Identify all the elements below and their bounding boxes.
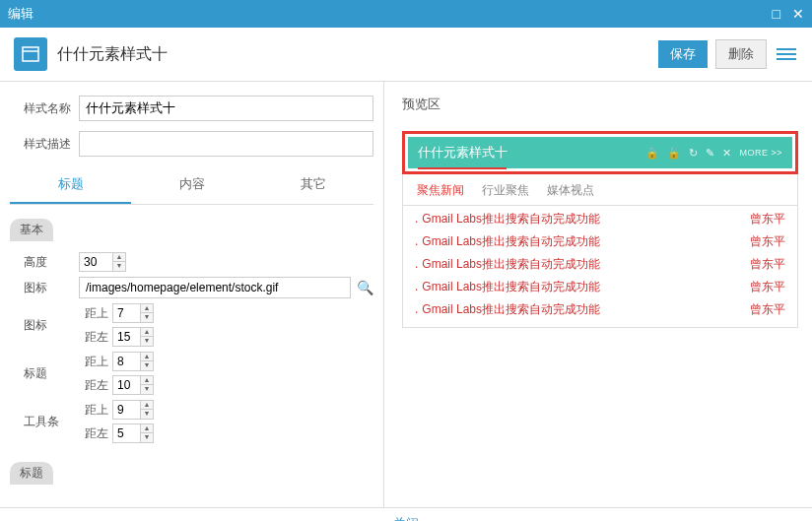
header-right: 保存 删除 xyxy=(658,39,798,69)
stepper-up-icon[interactable]: ▲ xyxy=(141,401,153,410)
window-titlebar: 编辑 □ ✕ xyxy=(0,0,812,28)
icon-label-2: 图标 xyxy=(10,317,79,334)
height-stepper[interactable]: ▲▼ xyxy=(79,252,126,272)
icon-path-input[interactable] xyxy=(79,277,351,298)
margin-top-label: 距上 xyxy=(79,305,112,322)
toolbar-ml-input[interactable] xyxy=(112,423,140,443)
stepper-down-icon[interactable]: ▼ xyxy=(141,433,153,442)
bullet-icon: . xyxy=(415,234,418,248)
right-pane: 预览区 什什元素样式十 🔒 🔓 ↻ ✎ ✕ MORE >> 聚焦新闻 行业聚焦 … xyxy=(384,82,812,507)
preview-header: 什什元素样式十 🔒 🔓 ↻ ✎ ✕ MORE >> xyxy=(408,137,792,168)
header-bar: 什什元素样式十 保存 删除 xyxy=(0,28,812,82)
margin-top-label: 距上 xyxy=(79,354,112,370)
preview-tab-0[interactable]: 聚焦新闻 xyxy=(417,182,464,199)
list-item: .Gmail Labs推出搜索自动完成功能 曾东平 xyxy=(415,208,785,230)
list-item: .Gmail Labs推出搜索自动完成功能 曾东平 xyxy=(415,298,785,321)
svg-rect-0 xyxy=(23,47,38,61)
stepper-up-icon[interactable]: ▲ xyxy=(141,304,153,313)
bullet-icon: . xyxy=(415,212,418,226)
margin-left-label: 距左 xyxy=(79,425,112,442)
header-left: 什什元素样式十 xyxy=(14,37,168,71)
bullet-icon: . xyxy=(415,302,418,316)
stepper-down-icon[interactable]: ▼ xyxy=(141,410,153,419)
title-mt-stepper[interactable]: ▲▼ xyxy=(112,352,154,371)
item-text[interactable]: Gmail Labs推出搜索自动完成功能 xyxy=(422,234,600,248)
bullet-icon: . xyxy=(415,257,418,271)
tab-content[interactable]: 内容 xyxy=(131,166,252,204)
save-button[interactable]: 保存 xyxy=(658,40,708,68)
maximize-icon[interactable]: □ xyxy=(773,6,780,22)
menu-icon[interactable] xyxy=(775,42,798,66)
list-item: .Gmail Labs推出搜索自动完成功能 曾东平 xyxy=(415,276,785,298)
search-icon[interactable]: 🔍 xyxy=(357,280,373,295)
item-text[interactable]: Gmail Labs推出搜索自动完成功能 xyxy=(422,302,600,316)
style-desc-input[interactable] xyxy=(79,131,373,157)
title-ml-stepper[interactable]: ▲▼ xyxy=(112,375,154,395)
toolbar-mt-stepper[interactable]: ▲▼ xyxy=(112,400,154,420)
preview-area-title: 预览区 xyxy=(402,96,798,113)
stepper-down-icon[interactable]: ▼ xyxy=(113,262,125,271)
preview-underline xyxy=(418,167,507,169)
icon-ml-input[interactable] xyxy=(112,327,140,347)
close-button[interactable]: 关闭 xyxy=(0,507,812,521)
section-title: 标题 xyxy=(10,462,53,485)
toolbar-label: 工具条 xyxy=(10,414,79,430)
stepper-up-icon[interactable]: ▲ xyxy=(141,328,153,337)
stepper-down-icon[interactable]: ▼ xyxy=(141,337,153,346)
title-label: 标题 xyxy=(10,365,79,382)
title-ml-input[interactable] xyxy=(112,375,140,395)
main: 样式名称 样式描述 标题 内容 其它 基本 高度 ▲▼ 图标 🔍 xyxy=(0,82,812,507)
stepper-up-icon[interactable]: ▲ xyxy=(141,424,153,433)
more-link[interactable]: MORE >> xyxy=(739,148,782,158)
icon-mt-input[interactable] xyxy=(112,303,140,323)
item-author[interactable]: 曾东平 xyxy=(750,233,785,250)
stepper-down-icon[interactable]: ▼ xyxy=(141,361,153,370)
item-text[interactable]: Gmail Labs推出搜索自动完成功能 xyxy=(422,280,600,293)
item-author[interactable]: 曾东平 xyxy=(750,211,785,228)
preview-tab-2[interactable]: 媒体视点 xyxy=(547,182,594,199)
item-author[interactable]: 曾东平 xyxy=(750,301,785,318)
preview-tab-1[interactable]: 行业聚焦 xyxy=(482,182,529,199)
stepper-up-icon[interactable]: ▲ xyxy=(141,353,153,361)
preview-tabs: 聚焦新闻 行业聚焦 媒体视点 xyxy=(402,174,798,206)
icon-label: 图标 xyxy=(10,280,79,296)
height-label: 高度 xyxy=(10,254,79,271)
preview-box-title: 什什元素样式十 xyxy=(418,144,508,162)
section-basic: 基本 xyxy=(10,219,53,241)
list-item: .Gmail Labs推出搜索自动完成功能 曾东平 xyxy=(415,253,785,276)
toolbar-ml-stepper[interactable]: ▲▼ xyxy=(112,423,154,443)
tab-title[interactable]: 标题 xyxy=(10,166,131,204)
unlock-icon[interactable]: 🔓 xyxy=(667,147,681,160)
window-controls: □ ✕ xyxy=(773,6,804,22)
edit-icon[interactable]: ✎ xyxy=(706,147,714,160)
style-desc-label: 样式描述 xyxy=(10,136,79,153)
icon-ml-stepper[interactable]: ▲▼ xyxy=(112,327,154,347)
preview-highlight-box: 什什元素样式十 🔒 🔓 ↻ ✎ ✕ MORE >> xyxy=(402,131,798,174)
item-text[interactable]: Gmail Labs推出搜索自动完成功能 xyxy=(422,212,600,226)
lock-icon[interactable]: 🔒 xyxy=(645,147,659,160)
stepper-up-icon[interactable]: ▲ xyxy=(113,253,125,262)
title-mt-input[interactable] xyxy=(112,352,140,371)
delete-button[interactable]: 删除 xyxy=(715,39,767,69)
preview-header-icons: 🔒 🔓 ↻ ✎ ✕ MORE >> xyxy=(645,147,782,160)
item-author[interactable]: 曾东平 xyxy=(750,256,785,273)
stepper-up-icon[interactable]: ▲ xyxy=(141,376,153,385)
remove-icon[interactable]: ✕ xyxy=(722,147,731,160)
item-author[interactable]: 曾东平 xyxy=(750,279,785,295)
tab-other[interactable]: 其它 xyxy=(252,166,373,204)
refresh-icon[interactable]: ↻ xyxy=(689,147,698,160)
toolbar-mt-input[interactable] xyxy=(112,400,140,420)
left-pane: 样式名称 样式描述 标题 内容 其它 基本 高度 ▲▼ 图标 🔍 xyxy=(0,82,384,507)
height-input[interactable] xyxy=(79,252,112,272)
stepper-down-icon[interactable]: ▼ xyxy=(141,313,153,322)
margin-left-label: 距左 xyxy=(79,329,112,346)
page-title: 什什元素样式十 xyxy=(57,44,168,65)
list-item: .Gmail Labs推出搜索自动完成功能 曾东平 xyxy=(415,230,785,253)
window-title: 编辑 xyxy=(8,5,34,23)
style-name-input[interactable] xyxy=(79,96,373,121)
left-tabs: 标题 内容 其它 xyxy=(10,166,373,205)
item-text[interactable]: Gmail Labs推出搜索自动完成功能 xyxy=(422,257,600,271)
close-icon[interactable]: ✕ xyxy=(792,6,804,22)
stepper-down-icon[interactable]: ▼ xyxy=(141,385,153,394)
icon-mt-stepper[interactable]: ▲▼ xyxy=(112,303,154,323)
